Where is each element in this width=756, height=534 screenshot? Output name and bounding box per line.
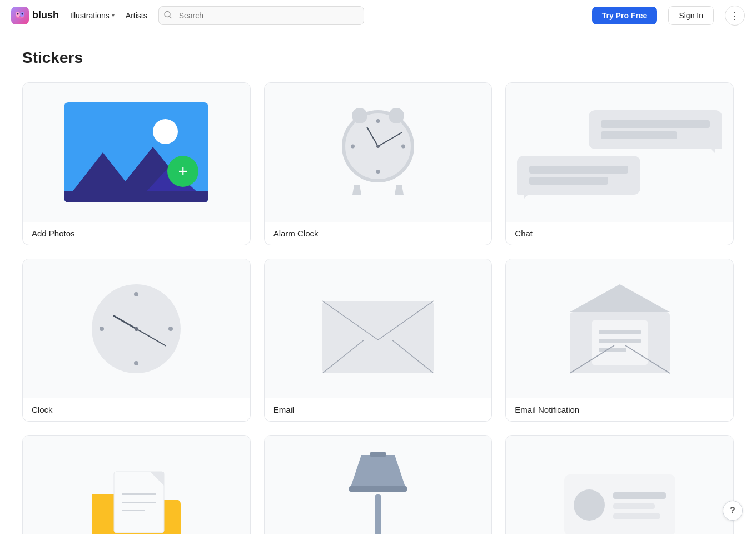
clock-dot-left [351,145,355,149]
analog-center-dot [135,327,138,331]
sticker-label-clock: Clock [23,398,250,421]
svg-point-37 [574,490,605,521]
email-svg [320,284,436,373]
bubble-tail-left [524,194,529,199]
svg-marker-17 [570,284,670,312]
chevron-down-icon: ▾ [112,12,115,18]
clock-dot-right [401,145,405,149]
artists-label: Artists [126,11,147,20]
svg-rect-34 [375,494,381,534]
more-dots-icon: ⋮ [730,9,740,22]
email-notification-illustration [564,279,675,379]
clock-ear-left [352,108,367,123]
sign-in-button[interactable]: Sign In [668,6,714,25]
logo-text: blush [32,9,59,21]
try-pro-button[interactable]: Try Pro Free [592,7,658,24]
analog-hour-hand [113,315,137,330]
clock-center-dot [376,145,380,148]
help-button[interactable]: ? [723,501,743,521]
svg-rect-11 [322,301,434,373]
sticker-preview-add-photos: + [23,83,250,222]
clock-illustration [92,284,181,373]
sticker-card-email[interactable]: Email [264,259,493,422]
more-options-button[interactable]: ⋮ [725,6,745,26]
alarm-clock-body [342,110,414,182]
contact-card-illustration [559,463,681,534]
contact-svg [559,463,681,534]
svg-rect-33 [370,452,386,457]
sticker-label-add-photos: Add Photos [23,222,250,245]
svg-rect-10 [64,191,208,202]
sticker-label-alarm-clock: Alarm Clock [265,222,492,245]
clock-foot-right [395,185,404,195]
clock-foot-left [352,185,361,195]
analog-clock-body [92,284,181,373]
page-title: Stickers [22,49,734,67]
sticker-preview-chat [506,83,733,222]
email-illustration [320,284,436,373]
search-input[interactable] [158,6,364,25]
sticker-label-email: Email [265,398,492,421]
svg-rect-0 [14,9,26,22]
svg-point-3 [17,13,19,14]
sticker-preview-clock [23,259,250,398]
clock-ear-right [389,108,404,123]
add-photos-illustration: + [64,102,208,202]
clock-dot-bottom [376,170,380,174]
svg-rect-21 [599,348,626,352]
files-svg [81,449,192,534]
sticker-preview-contact-card [506,436,733,534]
sticker-preview-files [23,436,250,534]
clock-feet [352,185,404,195]
sticker-card-chat[interactable]: Chat [505,82,734,245]
sticker-card-email-notification[interactable]: Email Notification [505,259,734,422]
files-illustration [69,438,203,534]
sticker-card-lamp[interactable]: Lamp [264,435,493,534]
artists-nav[interactable]: Artists [126,11,147,20]
svg-rect-40 [613,513,660,519]
sticker-preview-alarm-clock [265,83,492,222]
svg-marker-31 [350,455,406,488]
bubble-tail-right [710,148,715,154]
svg-rect-39 [613,503,655,509]
clock-hand-hour [366,127,379,147]
chat-illustration [506,99,733,206]
sticker-preview-email-notification [506,259,733,398]
svg-rect-19 [599,330,641,334]
clock-dot-top [376,119,380,123]
sticker-label-chat: Chat [506,222,733,245]
logo[interactable]: blush [11,7,59,24]
main-content: Stickers + Add Photos [0,31,756,534]
illustrations-nav[interactable]: Illustrations ▾ [70,11,115,20]
alarm-clock-illustration [342,110,414,195]
sticker-label-email-notification: Email Notification [506,398,733,421]
lamp-illustration [334,444,422,534]
sticker-grid: + Add Photos [22,82,734,534]
email-notif-svg [564,279,675,379]
analog-dot-right [168,327,173,331]
sticker-card-files[interactable]: Files [22,435,251,534]
svg-rect-20 [599,339,641,343]
illustrations-label: Illustrations [70,11,110,20]
analog-min-hand [136,328,167,347]
sticker-preview-email [265,259,492,398]
lamp-svg [334,444,422,534]
chat-bubble-right [589,110,722,149]
sticker-card-add-photos[interactable]: + Add Photos [22,82,251,245]
navbar: blush Illustrations ▾ Artists Try Pro Fr… [0,0,756,31]
sticker-preview-lamp [265,436,492,534]
sticker-card-alarm-clock[interactable]: Alarm Clock [264,82,493,245]
plus-icon: + [167,156,198,187]
svg-point-4 [22,13,23,14]
sticker-card-contact-card[interactable]: Contact Card [505,435,734,534]
clock-hand-min [377,132,402,147]
sticker-card-clock[interactable]: Clock [22,259,251,422]
analog-dot-bottom [134,361,138,365]
chat-bubble-left [517,156,640,195]
svg-rect-32 [349,486,407,492]
logo-icon [11,7,29,24]
svg-rect-38 [613,492,666,499]
search-container [158,6,364,25]
analog-dot-top [134,292,138,296]
analog-dot-left [100,327,104,331]
